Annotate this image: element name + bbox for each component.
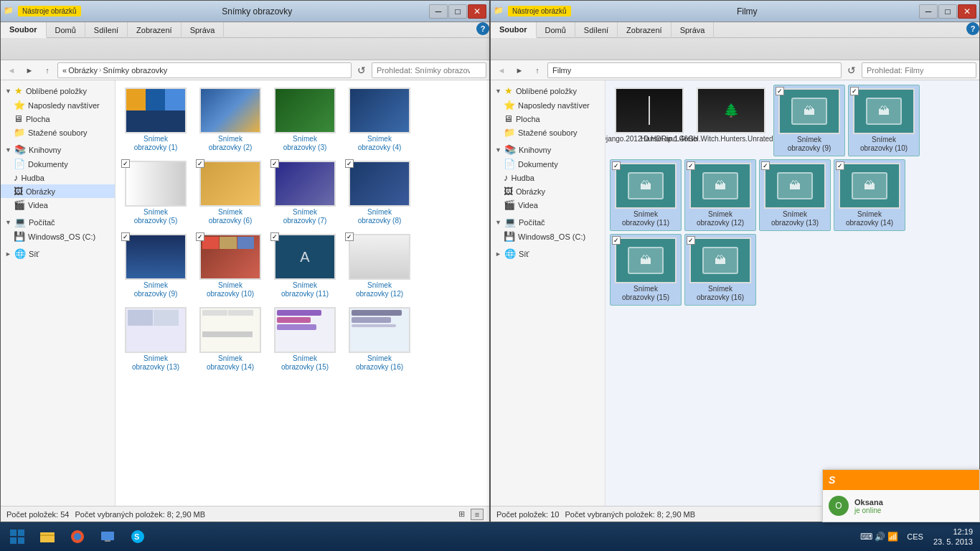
taskbar-clock[interactable]: 12:19 23. 5. 2013	[929, 527, 977, 547]
right-file-14[interactable]: 🏔 Snímekobrazovky (14) ✓	[834, 159, 905, 231]
left-sidebar-music[interactable]: ♪ Hudba	[1, 171, 115, 184]
right-file-9[interactable]: 🏔 Snímekobrazovky (9) ✓	[773, 85, 845, 156]
right-minimize-button[interactable]: ─	[919, 4, 938, 19]
right-checkbox-13[interactable]: ✓	[761, 161, 770, 170]
file-item-16[interactable]: Snímekobrazovky (16)	[344, 304, 415, 375]
file-item-3[interactable]: Snímekobrazovky (3)	[269, 85, 341, 155]
left-minimize-button[interactable]: ─	[429, 4, 448, 19]
right-file-15[interactable]: 🏔 Snímekobrazovky (15) ✓	[610, 234, 682, 306]
left-sidebar-drive-c[interactable]: 💾 Windows8_OS (C:)	[1, 230, 115, 243]
file-item-8[interactable]: Snímekobrazovky (8) ✓	[344, 158, 415, 228]
right-sidebar-recent[interactable]: ⭐ Naposledy navštíver	[491, 98, 605, 112]
left-sidebar-desktop[interactable]: 🖥 Plocha	[1, 112, 115, 126]
right-sidebar-downloads[interactable]: 📁 Stažené soubory	[491, 126, 605, 139]
left-network-header[interactable]: ► 🌐 Síť	[1, 246, 115, 261]
language-indicator[interactable]: CES	[904, 532, 926, 541]
right-tab-sprava[interactable]: Správa	[672, 22, 715, 38]
left-tab-sprava[interactable]: Správa	[182, 22, 225, 38]
left-back-button[interactable]: ◄	[4, 62, 19, 78]
checkbox-7[interactable]: ✓	[270, 159, 279, 168]
left-sidebar-documents[interactable]: 📄 Dokumenty	[1, 157, 115, 171]
file-item-5[interactable]: Snímekobrazovky (5) ✓	[120, 158, 192, 228]
right-sidebar-desktop[interactable]: 🖥 Plocha	[491, 112, 605, 126]
right-back-button[interactable]: ◄	[494, 62, 509, 78]
right-tab-zobrazeni[interactable]: Zobrazení	[618, 22, 672, 38]
file-item-12[interactable]: Snímekobrazovky (12) ✓	[344, 231, 415, 301]
checkbox-12[interactable]: ✓	[345, 232, 354, 241]
checkbox-5[interactable]: ✓	[121, 159, 130, 168]
right-tab-domu[interactable]: Domů	[537, 22, 575, 38]
right-refresh-button[interactable]: ↺	[844, 62, 859, 78]
right-checkbox-9[interactable]: ✓	[776, 87, 784, 95]
right-checkbox-12[interactable]: ✓	[687, 161, 695, 170]
right-sidebar-videos[interactable]: 🎬 Videa	[491, 198, 605, 212]
right-help-button[interactable]: ?	[966, 22, 979, 35]
right-checkbox-11[interactable]: ✓	[612, 161, 621, 170]
right-file-hansel[interactable]: 🌲 Hansel.and.Gretel.Witch.Hunters.Unrate…	[692, 85, 771, 156]
left-list-view-btn[interactable]: ≡	[471, 509, 484, 520]
right-checkbox-15[interactable]: ✓	[612, 236, 621, 245]
right-file-11[interactable]: 🏔 Snímekobrazovky (11) ✓	[610, 159, 682, 231]
left-computer-header[interactable]: ▼ 💻 Počítač	[1, 215, 115, 230]
right-tab-soubor[interactable]: Soubor	[491, 22, 537, 38]
right-tab-sdileni[interactable]: Sdílení	[575, 22, 618, 38]
checkbox-8[interactable]: ✓	[345, 159, 354, 168]
taskbar-remote[interactable]	[93, 524, 122, 550]
right-search-input[interactable]	[862, 62, 976, 78]
left-libraries-header[interactable]: ▼ 📚 Knihovny	[1, 142, 115, 157]
checkbox-6[interactable]: ✓	[196, 159, 204, 168]
taskbar-firefox[interactable]	[63, 524, 92, 550]
left-close-button[interactable]: ✕	[468, 4, 486, 19]
right-up-button[interactable]: ↑	[529, 62, 545, 78]
right-computer-header[interactable]: ▼ 💻 Počítač	[491, 215, 605, 230]
left-grid-view-btn[interactable]: ⊞	[455, 509, 468, 520]
taskbar-skype[interactable]: S	[123, 524, 152, 550]
file-item-7[interactable]: Snímekobrazovky (7) ✓	[269, 158, 341, 228]
right-file-13[interactable]: 🏔 Snímekobrazovky (13) ✓	[759, 159, 831, 231]
checkbox-10[interactable]: ✓	[196, 232, 204, 241]
left-sidebar-pictures[interactable]: 🖼 Obrázky	[1, 184, 115, 198]
file-item-10[interactable]: Snímekobrazovky (10) ✓	[194, 231, 266, 301]
right-sidebar-music[interactable]: ♪ Hudba	[491, 171, 605, 184]
right-sidebar-drive-c[interactable]: 💾 Windows8_OS (C:)	[491, 230, 605, 243]
left-tab-soubor[interactable]: Soubor	[1, 22, 47, 38]
checkbox-11[interactable]: ✓	[270, 232, 279, 241]
file-item-4[interactable]: Snímekobrazovky (4)	[344, 85, 415, 155]
right-file-16[interactable]: 🏔 Snímekobrazovky (16) ✓	[684, 234, 756, 306]
file-item-2[interactable]: Snímekobrazovky (2)	[194, 85, 266, 155]
left-help-button[interactable]: ?	[476, 22, 489, 35]
skype-notification[interactable]: S O Oksana je online	[822, 469, 980, 522]
right-file-django[interactable]: Django.2012.D.HDRip.1.46Gb	[610, 85, 689, 156]
left-sidebar-recent[interactable]: ⭐ Naposledy navštíver	[1, 98, 115, 112]
file-item-9[interactable]: Snímekobrazovky (9) ✓	[120, 231, 192, 301]
checkbox-9[interactable]: ✓	[121, 232, 130, 241]
left-maximize-button[interactable]: □	[448, 4, 467, 19]
left-up-button[interactable]: ↑	[39, 62, 55, 78]
left-search-input[interactable]	[372, 62, 486, 78]
left-refresh-button[interactable]: ↺	[354, 62, 369, 78]
left-sidebar-videos[interactable]: 🎬 Videa	[1, 198, 115, 212]
right-maximize-button[interactable]: □	[938, 4, 957, 19]
right-checkbox-14[interactable]: ✓	[836, 161, 844, 170]
file-item-13[interactable]: Snímekobrazovky (13)	[120, 304, 192, 375]
file-item-1[interactable]: Snímekobrazovky (1)	[120, 85, 192, 155]
right-checkbox-10[interactable]: ✓	[850, 87, 859, 95]
file-item-14[interactable]: Snímekobrazovky (14)	[194, 304, 266, 375]
right-network-header[interactable]: ► 🌐 Síť	[491, 246, 605, 261]
right-address-input[interactable]: Filmy	[547, 62, 842, 78]
right-file-10[interactable]: 🏔 Snímekobrazovky (10) ✓	[848, 85, 920, 156]
left-forward-button[interactable]: ►	[22, 62, 37, 78]
right-libraries-header[interactable]: ▼ 📚 Knihovny	[491, 142, 605, 157]
file-item-11[interactable]: A Snímekobrazovky (11) ✓	[269, 231, 341, 301]
right-favorites-header[interactable]: ▼ ★ Oblíbené položky	[491, 83, 605, 98]
right-close-button[interactable]: ✕	[958, 4, 976, 19]
left-tab-zobrazeni[interactable]: Zobrazení	[128, 22, 182, 38]
left-tab-sdileni[interactable]: Sdílení	[85, 22, 128, 38]
file-item-15[interactable]: Snímekobrazovky (15)	[269, 304, 341, 375]
file-item-6[interactable]: Snímekobrazovky (6) ✓	[194, 158, 266, 228]
left-favorites-header[interactable]: ▼ ★ Oblíbené položky	[1, 83, 115, 98]
right-forward-button[interactable]: ►	[512, 62, 527, 78]
taskbar-tray-icons[interactable]: ⌨ 🔊 📶	[857, 532, 901, 542]
left-tab-domu[interactable]: Domů	[47, 22, 85, 38]
right-file-12[interactable]: 🏔 Snímekobrazovky (12) ✓	[684, 159, 756, 231]
